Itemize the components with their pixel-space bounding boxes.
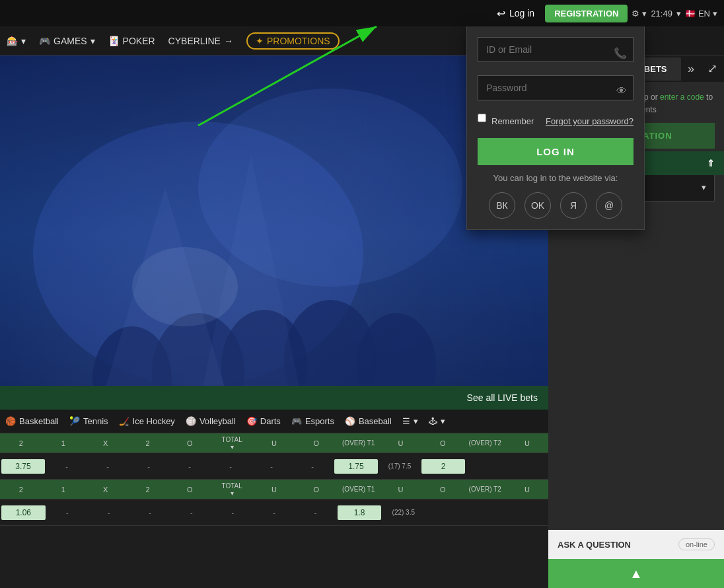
save-load-chevron: ▾ [702,181,706,195]
cyberline-label: CYBERLINE [168,36,221,46]
flag-icon: 🇩🇰 [685,9,696,18]
cyberline-nav[interactable]: CYBERLINE → [168,36,233,46]
top-bar: ↩ Log in REGISTRATION ⚙ ▾ 21:49 ▾ 🇩🇰 EN … [0,0,724,26]
odds-data-row-2: 1.06 - - - - - - - 1.8 (22) 3.5 [0,499,548,526]
games-nav[interactable]: 🎮 GAMES ▾ [39,36,95,46]
login-button[interactable]: ↩ Log in [490,5,541,22]
settings-icon[interactable]: ⚙ ▾ [632,9,647,18]
login-label: Log in [509,8,534,18]
language-selector[interactable]: 🇩🇰 EN ▾ [685,9,717,18]
games-chevron: ▾ [90,36,95,46]
ask-question-bar: ASK A QUESTION on-line [548,530,724,559]
tennis-tab[interactable]: 🎾 Tennis [69,416,108,426]
enter-code-link[interactable]: enter a code [660,92,704,102]
remember-checkbox[interactable] [478,114,486,122]
login-dropdown: 📞 👁 Remember Forgot your password? LOG I… [466,26,645,230]
col-u2-b: U [380,486,422,494]
col-o-b: O [168,486,211,494]
odds-cell-dash2: - [87,462,128,470]
col-o3-a: O [421,439,464,447]
promotions-nav[interactable]: ✦ PROMOTIONS [246,32,340,50]
chevron-up-icon: ▲ [630,566,643,581]
volleyball-icon: 🏐 [186,416,196,426]
phone-icon[interactable]: 📞 [614,47,627,59]
time-display: 21:49 [651,9,672,18]
ask-question-text: ASK A QUESTION [558,540,631,550]
hockey-icon: 🏒 [119,416,129,426]
lang-chevron: ▾ [713,9,717,18]
poker-nav[interactable]: 🃏 POKER [108,36,155,46]
col-2b-b: 2 [127,486,169,494]
language-label: EN [698,9,710,18]
id-email-input[interactable] [478,37,634,62]
col-o3-b: O [421,486,464,494]
vk-button[interactable]: ВК [489,192,515,219]
registration-button[interactable]: REGISTRATION [545,5,628,22]
game-controller-tab[interactable]: 🕹▾ [429,416,445,426]
col-2-b: 2 [0,486,42,494]
odds-cell-dash8: - [47,509,89,517]
col-u-a: U [253,439,295,447]
offers-expand-icon[interactable]: ⇑ [707,158,715,168]
promotions-icon: ✦ [256,36,264,46]
slots-icon: 🎰 [7,36,18,46]
basketball-tab[interactable]: 🏀 Basketball [5,416,59,426]
forgot-password-link[interactable]: Forgot your password? [546,116,634,126]
odds-cell-dash3: - [128,462,169,470]
scroll-up-button[interactable]: ▲ [548,559,724,588]
baseball-tab[interactable]: ⚾ Baseball [345,416,392,426]
odds-cell-dash13: - [254,509,295,517]
col-over-t1-a: (OVER) T1 [338,439,380,447]
promotions-label: PROMOTIONS [267,36,330,46]
col-2-a: 2 [0,439,42,447]
col-u3-a: U [506,439,548,447]
odds-table: 2 1 X 2 O TOTAL▾ U O (OVER) T1 U O (OVER… [0,433,548,588]
col-o-a: O [168,439,211,447]
odds-cell-106[interactable]: 1.06 [1,505,46,520]
col-total-a: TOTAL▾ [211,436,253,451]
odds-cell-18[interactable]: 1.8 [338,505,382,520]
email-button[interactable]: @ [596,192,622,219]
login-via-text: You can log in to the website via: [478,173,634,183]
odds-cell-22-35: (22) 3.5 [382,509,424,516]
col-1-a: 1 [42,439,85,447]
dropdown-arrow: ▾ [21,36,26,46]
tennis-icon: 🎾 [69,416,80,426]
ok-button[interactable]: OK [525,192,551,219]
ice-hockey-tab[interactable]: 🏒 Ice Hockey [119,416,175,426]
eye-icon[interactable]: 👁 [616,85,627,97]
social-icons: ВК OK Я @ [478,192,634,219]
volleyball-tab[interactable]: 🏐 Volleyball [186,416,236,426]
see-all-live-button[interactable]: See all LIVE bets [467,392,538,403]
expand-icon[interactable]: » [681,62,701,76]
odds-cell-17-75: (17) 7.5 [379,462,420,470]
odds-header-row-1: 2 1 X 2 O TOTAL▾ U O (OVER) T1 U O (OVER… [0,433,548,453]
odds-data-row-1: 3.75 - - - - - - - 1.75 (17) 7.5 2 [0,453,548,480]
yandex-button[interactable]: Я [560,192,587,219]
games-label: GAMES [54,36,87,46]
log-in-button[interactable]: LOG IN [478,138,634,165]
more-sports[interactable]: ☰▾ [402,416,418,426]
slots-nav[interactable]: 🎰 ▾ [7,36,26,46]
darts-tab[interactable]: 🎯 Darts [246,416,281,426]
odds-cell-2[interactable]: 2 [421,459,465,474]
games-icon: 🎮 [39,36,50,46]
id-email-wrapper: 📞 [478,37,634,69]
cyberline-arrow: → [224,36,233,46]
col-u2-a: U [380,439,422,447]
remember-label: Remember [478,114,534,129]
fullscreen-icon[interactable]: ⤢ [701,61,724,76]
basketball-icon: 🏀 [5,416,16,426]
odds-header-row-2: 2 1 X 2 O TOTAL▾ U O (OVER) T1 U O (OVER… [0,480,548,499]
odds-cell-175[interactable]: 1.75 [334,459,378,474]
online-badge: on-line [678,538,715,550]
password-input[interactable] [478,75,634,100]
time-chevron[interactable]: ▾ [676,9,681,18]
odds-cell-375[interactable]: 3.75 [1,459,45,474]
odds-cell-dash1: - [46,462,87,470]
esports-tab[interactable]: 🎮 Esports [291,416,334,426]
odds-cell-dash12: - [212,509,254,517]
col-over-t1-b: (OVER) T1 [338,486,380,493]
login-icon: ↩ [497,7,505,20]
hamburger-icon: ☰ [402,416,410,426]
